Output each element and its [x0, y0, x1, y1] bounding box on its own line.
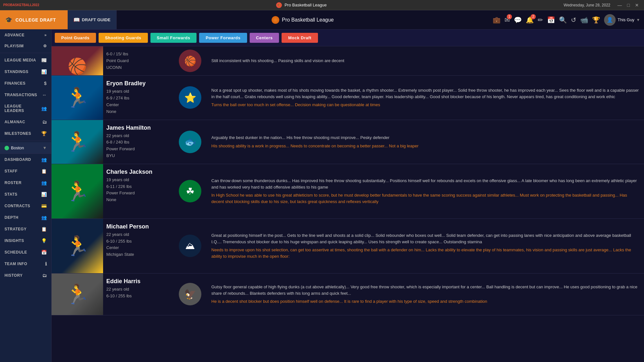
bell-button[interactable]: 🔔 2: [526, 16, 534, 24]
sidebar-item-strategy[interactable]: STRATEGY 📋: [0, 223, 51, 235]
sidebar-item-team-info[interactable]: TEAM INFO ℹ: [0, 258, 51, 270]
scouting-col: Arguably the best dunker in the nation..…: [206, 120, 644, 164]
college-draft-tab[interactable]: 🎓 COLLEGE DRAFT: [0, 10, 68, 29]
player-name: Eddie Harris: [106, 278, 171, 285]
sidebar-item-contracts[interactable]: CONTRACTS 💳: [0, 200, 51, 212]
league-media-label: LEAGUE MEDIA: [5, 58, 36, 62]
player-info-col: James Hamilton 22 years old 6-8 / 240 lb…: [103, 120, 174, 164]
almanac-label: ALMANAC: [5, 120, 25, 124]
player-avatar-bg: 🏃: [52, 274, 103, 315]
player-info-col: Charles Jackson 19 years old 6-11 / 226 …: [103, 164, 174, 218]
dashboard-icon: 👥: [41, 157, 47, 162]
sidebar-item-dashboard[interactable]: DASHBOARD 👥: [0, 154, 51, 165]
player-avatar-col: 🏃: [52, 120, 103, 164]
playsim-icon: ⚙: [43, 44, 47, 48]
filter-mock-draft[interactable]: Mock Draft: [282, 33, 318, 43]
filter-point-guards[interactable]: Point Guards: [55, 33, 96, 43]
sidebar-item-staff[interactable]: STAFF 📋: [0, 165, 51, 177]
sidebar-item-advance[interactable]: ADVANCE »: [0, 30, 51, 41]
edit-button[interactable]: ✏: [538, 16, 543, 24]
scouting-positive: Not a great spot up shooter, makes most …: [211, 87, 639, 100]
bell-badge: 2: [531, 14, 536, 19]
sidebar-item-roster[interactable]: ROSTER 👥: [0, 177, 51, 189]
search-button[interactable]: 🔍: [559, 16, 567, 24]
scouting-positive: Still inconsistent with his shooting... …: [211, 58, 639, 64]
sidebar-item-standings[interactable]: STANDINGS 📊: [0, 66, 51, 78]
sidebar-item-league-leaders[interactable]: LEAGUE LEADERS 👥: [0, 101, 51, 116]
draft-guide-tab[interactable]: 📖 DRAFT GUIDE: [68, 10, 117, 29]
contracts-label: CONTRACTS: [5, 204, 30, 208]
team-logo: 🏀: [179, 50, 201, 72]
insights-icon: 💡: [41, 238, 47, 243]
player-name: Eryon Bradley: [106, 80, 171, 87]
advance-icon: »: [44, 33, 47, 37]
filter-bar: Point Guards Shooting Guards Small Forwa…: [52, 30, 644, 46]
close-button[interactable]: ✕: [633, 3, 641, 8]
app-header: 🎓 COLLEGE DRAFT 📖 DRAFT GUIDE Pro Basket…: [0, 10, 644, 30]
table-row[interactable]: 🏃 James Hamilton 22 years old 6-8 / 240 …: [52, 120, 644, 164]
trophy-button[interactable]: 🏆: [592, 16, 600, 24]
filter-shooting-guards[interactable]: Shooting Guards: [99, 33, 148, 43]
sidebar: ADVANCE » PLAY/SIM ⚙ LEAGUE MEDIA 📰 STAN…: [0, 30, 52, 362]
mail-button[interactable]: ✉ 1: [505, 16, 510, 24]
player-details: 19 years old 6-11 / 226 lbs Power Forwar…: [106, 177, 171, 203]
player-silhouette: 🏃: [65, 235, 90, 257]
milestones-label: MILESTONES: [5, 131, 31, 136]
sidebar-item-finances[interactable]: FINANCES $: [0, 78, 51, 89]
player-avatar-bg: 🏃: [52, 164, 103, 218]
sidebar-item-stats[interactable]: STATS 📊: [0, 189, 51, 200]
team-logo-col: ⛰: [174, 219, 206, 273]
league-leaders-label: LEAGUE LEADERS: [5, 104, 41, 113]
sidebar-item-depth[interactable]: DEPTH 👥: [0, 212, 51, 223]
title-bar-right: Wednesday, June 28, 2022 — □ ✕: [564, 3, 641, 8]
team-dot: [5, 146, 9, 150]
player-details: 22 years old 6-8 / 240 lbs Power Forward…: [106, 133, 171, 159]
team-info-icon: ℹ: [45, 261, 47, 266]
briefcase-button[interactable]: 💼: [493, 16, 501, 24]
table-row[interactable]: 🏃 Eryon Bradley 19 years old 6-9 / 274 l…: [52, 76, 644, 120]
table-row[interactable]: 🏃 Eddie Harris 22 years old 6-10 / 255 l…: [52, 274, 644, 315]
app-icon: 🏀: [276, 2, 282, 8]
sidebar-item-milestones[interactable]: MILESTONES 🏆: [0, 128, 51, 139]
scouting-col: Great at positioning himself in the post…: [206, 219, 644, 273]
calendar-button[interactable]: 📅: [547, 16, 555, 24]
user-avatar: 👤: [604, 14, 616, 26]
scouting-positive: Can throw down some thunderous dunks... …: [211, 178, 639, 190]
chat-button[interactable]: 💬: [514, 16, 522, 24]
standings-icon: 📊: [41, 69, 47, 74]
table-row[interactable]: 🏃 Michael Person 22 years old 6-10 / 255…: [52, 219, 644, 274]
filter-small-forwards[interactable]: Small Forwards: [150, 33, 197, 43]
team-logo-icon: 🏀: [184, 55, 196, 67]
window-controls[interactable]: — □ ✕: [616, 3, 641, 8]
stats-label: STATS: [5, 192, 17, 197]
table-row[interactable]: 🏃 Charles Jackson 19 years old 6-11 / 22…: [52, 164, 644, 219]
sidebar-item-playsim[interactable]: PLAY/SIM ⚙: [0, 41, 51, 51]
player-details: 6-0 / 15/ lbs Point Guard UCONN: [106, 51, 171, 71]
scouting-negative: He is a decent shot blocker but does pos…: [211, 298, 639, 305]
table-row[interactable]: 🏀 6-0 / 15/ lbs Point Guard UCONN 🏀: [52, 46, 644, 76]
sidebar-item-schedule[interactable]: SCHEDULE 📅: [0, 246, 51, 258]
video-button[interactable]: 📹: [580, 16, 588, 24]
team-logo-icon: ⭐: [184, 92, 196, 103]
sidebar-item-league-media[interactable]: LEAGUE MEDIA 📰: [0, 54, 51, 66]
refresh-button[interactable]: ↺: [571, 16, 576, 24]
strategy-label: STRATEGY: [5, 227, 26, 231]
filter-power-forwards[interactable]: Power Forwards: [199, 33, 247, 43]
league-center: Pro Basketball League: [117, 10, 489, 29]
player-silhouette: 🏃: [65, 283, 90, 306]
scouting-negative: Needs to improve upon his shot selection…: [211, 247, 639, 259]
team-logo-icon: 🐟: [184, 136, 196, 147]
minimize-button[interactable]: —: [616, 3, 624, 8]
sidebar-item-insights[interactable]: INSIGHTS 💡: [0, 235, 51, 246]
user-area[interactable]: 👤 This Guy ▼: [604, 14, 640, 26]
datetime: Wednesday, June 28, 2022: [564, 3, 610, 7]
maximize-button[interactable]: □: [625, 3, 632, 8]
team-logo: 🐟: [179, 131, 201, 153]
team-name: Boston: [11, 145, 24, 150]
sidebar-item-history[interactable]: HISTORY 🗂: [0, 270, 51, 281]
team-selector[interactable]: Boston ▼: [0, 142, 51, 154]
filter-centers[interactable]: Centers: [250, 33, 279, 43]
sidebar-item-almanac[interactable]: ALMANAC 🗂: [0, 116, 51, 128]
sidebar-item-transactions[interactable]: TRANSACTIONS ↔: [0, 89, 51, 101]
depth-label: DEPTH: [5, 215, 18, 220]
